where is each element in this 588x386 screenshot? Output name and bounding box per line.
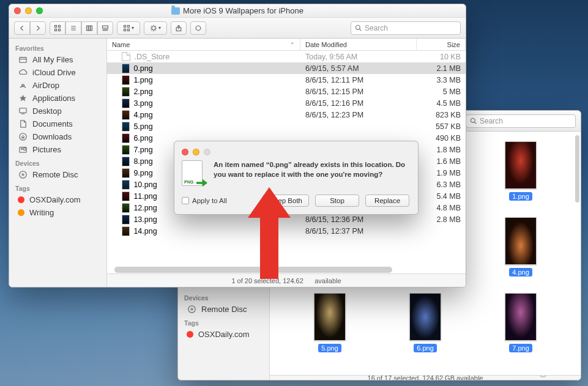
status-bar: 16 of 17 selected, 124.62 GB available [270,375,581,380]
svg-marker-37 [19,95,26,101]
image-thumbnail-icon [409,293,441,341]
column-header-name[interactable]: Name⌃ [107,39,300,50]
grid-item[interactable]: 1.png [473,141,568,213]
forward-button[interactable] [30,21,46,35]
file-row[interactable]: 2.png 8/6/15, 12:15 PM 5 MB [107,86,466,97]
file-name: 14.png [133,227,157,236]
status-bar: 1 of 20 selected, 124.62 available [107,273,466,287]
file-row[interactable]: 5.png 557 KB [107,121,466,132]
svg-point-3 [191,308,193,310]
view-switcher[interactable] [50,21,113,35]
search-icon [355,24,362,31]
file-row[interactable]: 1.png 8/6/15, 12:11 PM 3.3 MB [107,74,466,86]
sidebar-item-remote-disc[interactable]: Remote Disc [178,303,269,316]
desktop-icon [18,107,28,116]
file-row[interactable]: 4.png 8/6/15, 12:23 PM 823 KB [107,109,466,121]
airdrop-icon [18,81,28,90]
svg-point-31 [196,26,201,31]
column-header-size[interactable]: Size [417,39,466,50]
search-input[interactable]: Search [466,114,576,128]
keep-both-button[interactable]: Keep Both [262,195,309,207]
svg-point-0 [471,118,475,122]
all-my-files-icon [18,56,28,64]
sidebar-item-airdrop[interactable]: AirDrop [9,79,106,92]
titlebar[interactable]: More iOS 9 Wallpapers for iPhone [9,4,466,18]
file-name: 4.png [133,111,152,119]
list-view-button[interactable] [65,21,81,35]
nav-back-forward[interactable] [14,21,46,35]
svg-rect-18 [128,25,130,27]
sidebar-tag-osxdaily[interactable]: OSXDaily.com [178,328,269,341]
replace-dialog[interactable]: An item named “0.png” already exists in … [174,141,419,215]
image-thumbnail-icon [122,64,130,73]
grid-item[interactable]: 7.png [473,293,568,365]
grid-item[interactable]: 4.png [473,217,568,289]
grid-item[interactable]: 5.png [282,293,378,365]
column-headers[interactable]: Name⌃ Date Modified Size [107,39,466,51]
sidebar-item-desktop[interactable]: Desktop [9,105,106,117]
back-button[interactable] [14,21,30,35]
image-thumbnail-icon [122,203,130,213]
icloud-icon [18,69,28,77]
svg-point-44 [19,171,26,178]
image-thumbnail-icon [122,110,130,120]
sidebar-heading-devices: Devices [178,291,269,303]
sidebar-item-label: Downloads [32,132,72,141]
sidebar-item-label: Writing [29,208,54,217]
file-row[interactable]: 0.png 6/9/15, 5:57 AM 2.1 MB [107,62,466,74]
window-controls[interactable] [14,7,43,14]
column-view-button[interactable] [81,21,97,35]
remote-disc-icon [187,305,196,314]
action-button[interactable]: ▾ [144,21,167,35]
documents-icon [18,120,28,128]
tags-button[interactable] [190,21,206,35]
icon-view-button[interactable] [50,21,65,35]
coverflow-view-button[interactable] [97,21,113,35]
sidebar-item-label: Pictures [32,145,61,154]
stop-button[interactable]: Stop [315,195,359,207]
sidebar-item-remote-disc[interactable]: Remote Disc [9,168,106,181]
image-thumbnail-icon [122,87,130,97]
column-header-date[interactable]: Date Modified [300,39,417,50]
grid-item[interactable]: 6.png [378,293,473,365]
scrollbar[interactable] [114,267,392,273]
icon-size-slider[interactable] [517,375,572,377]
file-row[interactable]: .DS_Store Today, 9:56 AM 10 KB [107,51,466,62]
file-name: 7.png [509,344,532,352]
sidebar-item-pictures[interactable]: Pictures [9,143,106,156]
sidebar-item-all-my-files[interactable]: All My Files [9,53,106,66]
sidebar-item-icloud[interactable]: iCloud Drive [9,66,106,79]
zoom-button[interactable] [36,7,43,14]
apply-to-all-checkbox[interactable]: Apply to All [182,197,227,204]
close-button[interactable] [14,7,21,14]
file-row[interactable]: 13.png 8/6/15, 12:36 PM 2.8 MB [107,213,466,225]
minimize-button[interactable] [25,7,32,14]
sidebar-item-documents[interactable]: Documents [9,117,106,130]
sidebar-item-label: Applications [32,94,75,103]
sidebar-heading: Devices [9,156,106,168]
scrollbar[interactable] [575,135,579,202]
file-row[interactable]: 3.png 8/6/15, 12:16 PM 4.5 MB [107,97,466,109]
file-row[interactable]: 14.png 8/6/15, 12:37 PM [107,225,466,237]
file-date: 8/6/15, 12:37 PM [300,227,417,236]
replace-button[interactable]: Replace [365,195,409,207]
image-thumbnail-icon [122,133,130,143]
search-input[interactable]: Search [351,21,461,35]
svg-line-27 [155,29,156,30]
window-controls[interactable] [182,149,409,155]
sidebar-item-label: OSXDaily.com [198,330,250,339]
svg-rect-11 [87,26,89,31]
minimize-button[interactable] [193,149,199,155]
share-button[interactable] [171,21,187,35]
sidebar-item-downloads[interactable]: Downloads [9,130,106,143]
sidebar-tag-osxdaily-com[interactable]: OSXDaily.com [9,193,106,206]
file-size: 4.8 MB [417,204,466,212]
close-button[interactable] [182,149,188,155]
image-thumbnail-icon [122,191,130,201]
sidebar-tag-writing[interactable]: Writing [9,206,106,219]
image-thumbnail-icon [314,293,346,341]
sidebar-item-applications[interactable]: Applications [9,92,106,105]
file-size: 2.8 MB [417,215,466,224]
applications-icon [18,94,28,103]
arrange-button[interactable]: ▾ [117,21,140,35]
